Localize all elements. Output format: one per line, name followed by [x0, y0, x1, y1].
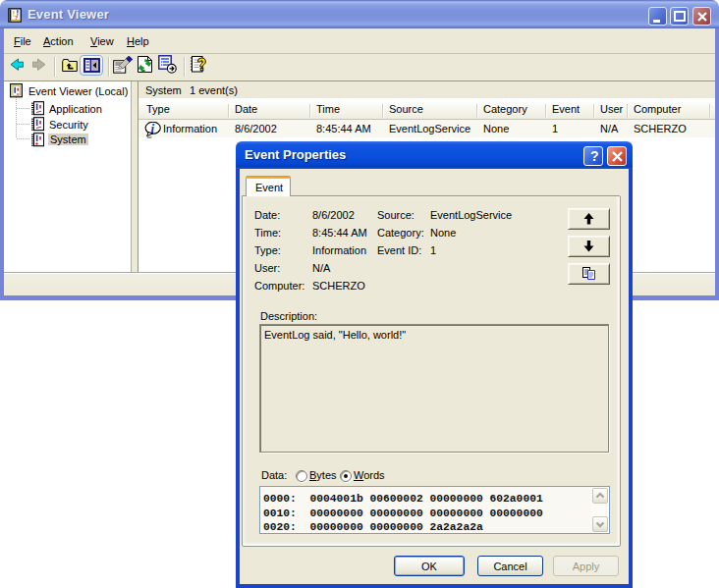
- svg-text:i: i: [150, 122, 154, 135]
- svg-text:?: ?: [15, 14, 19, 22]
